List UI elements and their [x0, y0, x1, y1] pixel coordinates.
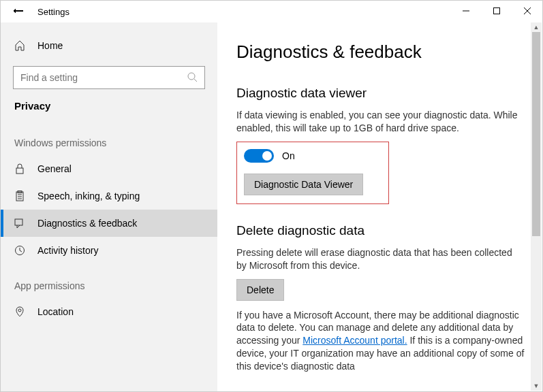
home-icon	[14, 40, 25, 51]
lock-icon	[14, 163, 25, 174]
home-label: Home	[37, 40, 63, 51]
sidebar-item-activity[interactable]: Activity history	[1, 237, 217, 264]
search-input[interactable]	[20, 72, 187, 83]
sidebar-item-label: Diagnostics & feedback	[37, 218, 137, 229]
svg-rect-1	[493, 8, 499, 14]
category-label: Privacy	[1, 100, 217, 121]
viewer-description: If data viewing is enabled, you can see …	[236, 109, 525, 135]
scrollbar[interactable]: ▲ ▼	[531, 22, 542, 391]
sidebar-item-label: Activity history	[37, 245, 98, 256]
location-icon	[14, 306, 25, 317]
delete-heading: Delete diagnostic data	[236, 223, 525, 238]
title-bar: 🠔 Settings	[1, 1, 542, 22]
sidebar-item-speech[interactable]: Speech, inking, & typing	[1, 182, 217, 210]
back-button[interactable]: 🠔	[13, 5, 24, 18]
scroll-up-arrow[interactable]: ▲	[531, 22, 542, 32]
svg-rect-12	[15, 219, 22, 225]
group-app-permissions: App permissions	[1, 264, 217, 298]
window-title: Settings	[37, 7, 69, 17]
svg-point-4	[188, 73, 195, 80]
group-windows-permissions: Windows permissions	[1, 121, 217, 155]
page-title: Diagnostics & feedback	[236, 42, 525, 63]
home-button[interactable]: Home	[1, 35, 217, 56]
feedback-icon	[14, 218, 25, 229]
svg-line-5	[194, 79, 197, 82]
sidebar-item-location[interactable]: Location	[1, 298, 217, 325]
sidebar-item-label: Location	[37, 306, 74, 317]
toggle-label: On	[282, 150, 295, 161]
scroll-down-arrow[interactable]: ▼	[531, 381, 542, 391]
highlight-box: On Diagnostic Data Viewer	[236, 142, 389, 204]
viewer-heading: Diagnostic data viewer	[236, 86, 525, 101]
viewer-toggle[interactable]	[244, 149, 274, 163]
delete-description: Pressing delete will erase diagnostic da…	[236, 246, 525, 272]
sidebar-item-label: General	[37, 163, 72, 174]
toggle-knob	[262, 151, 272, 161]
clipboard-icon	[14, 191, 25, 201]
close-button[interactable]	[512, 1, 542, 21]
delete-button[interactable]: Delete	[236, 279, 284, 301]
sidebar-item-general[interactable]: General	[1, 155, 217, 182]
maximize-button[interactable]	[481, 1, 512, 21]
sidebar-item-label: Speech, inking, & typing	[37, 191, 140, 201]
diagnostic-data-viewer-button[interactable]: Diagnostic Data Viewer	[244, 174, 363, 195]
history-icon	[14, 245, 25, 256]
svg-point-14	[18, 309, 21, 312]
search-icon	[187, 71, 198, 84]
sidebar: Home Privacy Windows permissions General…	[1, 22, 217, 391]
svg-rect-6	[16, 168, 23, 174]
minimize-button[interactable]	[450, 1, 481, 21]
search-box[interactable]	[13, 66, 205, 89]
main-content: Diagnostics & feedback Diagnostic data v…	[217, 22, 542, 391]
account-portal-link[interactable]: Microsoft Account portal.	[302, 335, 407, 346]
sidebar-item-diagnostics[interactable]: Diagnostics & feedback	[1, 210, 217, 237]
scrollbar-thumb[interactable]	[532, 32, 540, 236]
delete-footer: If you have a Microsoft Account, there m…	[236, 309, 525, 373]
